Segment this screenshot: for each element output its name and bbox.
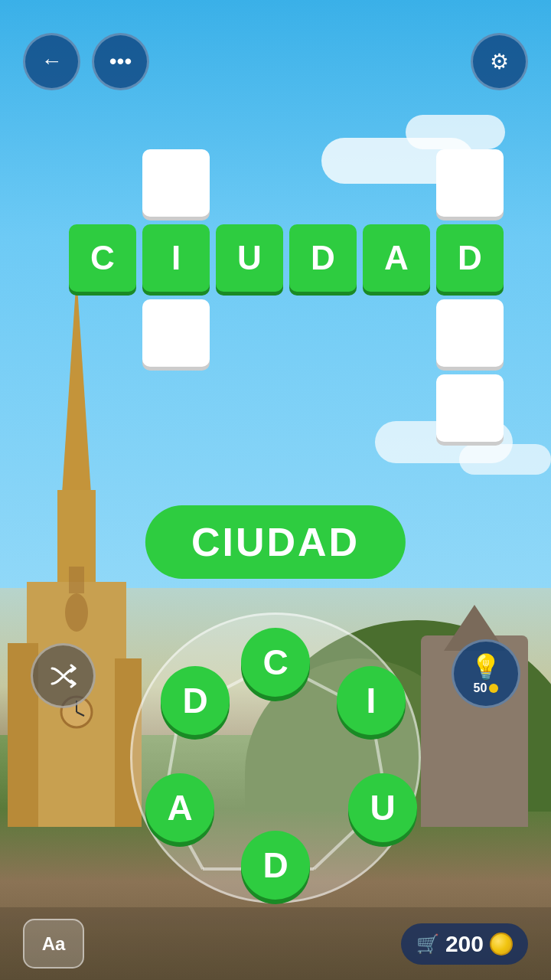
svg-rect-6	[69, 567, 84, 593]
hint-coin-dot	[489, 684, 498, 693]
cloud-4	[459, 444, 551, 475]
grid-cell-1-1[interactable]: I	[142, 224, 210, 292]
font-icon: Aa	[42, 933, 66, 955]
grid-cell-1-5[interactable]: D	[436, 224, 504, 292]
grid-cell-2-5[interactable]	[436, 299, 504, 367]
letter-I[interactable]: I	[337, 666, 406, 735]
cloud-2	[406, 115, 505, 149]
back-icon: ←	[41, 49, 63, 74]
grid-cell-0-5[interactable]	[436, 149, 504, 217]
back-button[interactable]: ←	[23, 33, 80, 90]
shuffle-icon	[48, 661, 79, 691]
settings-button[interactable]: ⚙	[471, 33, 528, 90]
word-display-text: CIUDAD	[191, 520, 360, 564]
cart-icon: 🛒	[416, 933, 439, 955]
settings-icon: ⚙	[490, 49, 509, 74]
letter-C[interactable]: C	[241, 628, 310, 697]
letter-D-top[interactable]: D	[161, 666, 230, 735]
shuffle-button[interactable]	[31, 643, 96, 708]
letter-wheel[interactable]: C I U D A D	[130, 612, 421, 903]
hint-button[interactable]: 💡 50	[452, 639, 520, 708]
grid-cell-3-5[interactable]	[436, 374, 504, 442]
grid-cell-1-4[interactable]: A	[363, 224, 430, 292]
grid-cell-1-2[interactable]: U	[216, 224, 283, 292]
grid-cell-1-3[interactable]: D	[289, 224, 357, 292]
letter-D-bottom[interactable]: D	[241, 831, 310, 900]
coins-value: 200	[445, 931, 484, 957]
grid-cell-2-1[interactable]	[142, 299, 210, 367]
coins-display[interactable]: 🛒 200	[401, 923, 528, 965]
crossword-grid: C I U D A D	[69, 149, 482, 440]
hint-count: 50	[474, 681, 499, 695]
header: ← ••• ⚙	[0, 0, 551, 100]
more-button[interactable]: •••	[92, 33, 149, 90]
hint-icon: 💡	[471, 652, 501, 681]
letter-A[interactable]: A	[145, 773, 214, 842]
font-button[interactable]: Aa	[23, 919, 84, 969]
word-display: CIUDAD	[145, 505, 406, 579]
bottom-bar: Aa 🛒 200	[0, 907, 551, 980]
more-icon: •••	[109, 49, 132, 74]
letter-U[interactable]: U	[348, 773, 417, 842]
grid-cell-0-1[interactable]	[142, 149, 210, 217]
grid-cell-1-0[interactable]: C	[69, 224, 136, 292]
svg-point-5	[65, 593, 88, 632]
gold-coin-icon	[490, 933, 513, 956]
header-left: ← •••	[23, 33, 149, 90]
